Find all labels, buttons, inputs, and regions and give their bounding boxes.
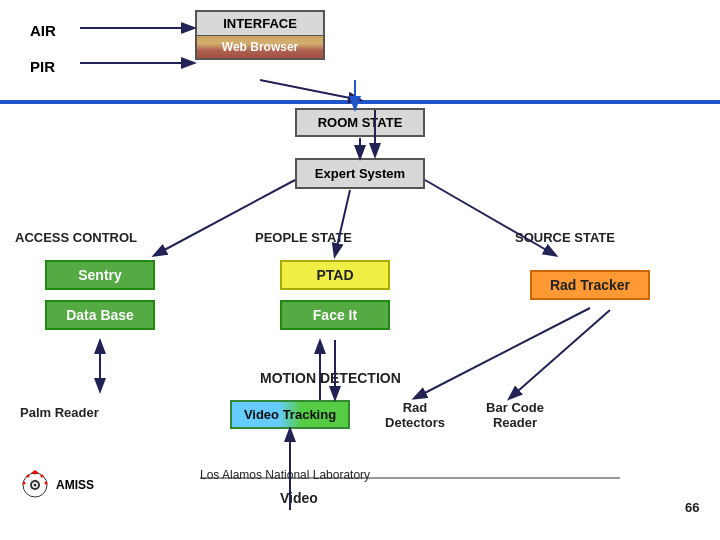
motion-detection-label: MOTION DETECTION	[260, 370, 401, 386]
ptad-box: PTAD	[280, 260, 390, 290]
sentry-box: Sentry	[45, 260, 155, 290]
svg-line-25	[510, 310, 610, 398]
svg-line-15	[260, 80, 360, 100]
faceit-box: Face It	[280, 300, 390, 330]
barcode-reader-label: Bar Code Reader	[475, 400, 555, 430]
amiss-icon	[20, 470, 50, 500]
amiss-logo: AMISS	[20, 470, 94, 500]
svg-marker-9	[31, 470, 39, 473]
interface-box: INTERFACE Web Browser	[195, 10, 325, 60]
web-browser-label: Web Browser	[197, 36, 323, 58]
svg-point-7	[23, 482, 26, 485]
amiss-text: AMISS	[56, 478, 94, 492]
database-box: Data Base	[45, 300, 155, 330]
svg-line-18	[335, 190, 350, 255]
svg-point-6	[27, 475, 30, 478]
svg-point-8	[45, 482, 48, 485]
diagram: AIR PIR INTERFACE Web Browser ROOM STATE…	[0, 0, 720, 540]
pir-label: PIR	[30, 58, 55, 75]
svg-point-3	[34, 484, 37, 487]
video-label: Video	[280, 490, 318, 506]
los-alamos-label: Los Alamos National Laboratory	[200, 468, 370, 482]
source-state-label: SOURCE STATE	[515, 230, 615, 245]
blue-divider-line	[0, 100, 720, 104]
expert-system-box: Expert System	[295, 158, 425, 189]
svg-line-24	[415, 308, 590, 398]
people-state-label: PEOPLE STATE	[255, 230, 352, 245]
rad-detectors-label: Rad Detectors	[380, 400, 450, 430]
rad-tracker-box: Rad Tracker	[530, 270, 650, 300]
access-control-label: ACCESS CONTROL	[15, 230, 137, 245]
palm-reader-label: Palm Reader	[20, 405, 99, 420]
svg-point-5	[41, 475, 44, 478]
page-number: 66	[685, 500, 699, 515]
video-tracking-box: Video Tracking	[230, 400, 350, 429]
air-label: AIR	[30, 22, 56, 39]
interface-title: INTERFACE	[197, 12, 323, 36]
room-state-box: ROOM STATE	[295, 108, 425, 137]
